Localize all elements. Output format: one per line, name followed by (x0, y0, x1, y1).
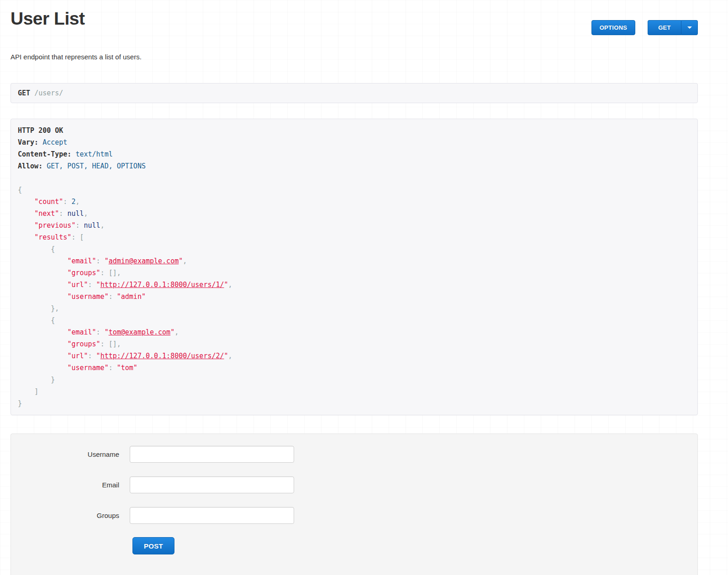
code-line: }, (18, 303, 691, 314)
code-line: } (18, 374, 691, 386)
code-token: } (51, 304, 55, 313)
toolbar: OPTIONS GET (591, 20, 698, 35)
code-token: " (179, 257, 183, 265)
code-token: : (109, 364, 117, 372)
username-field[interactable] (130, 446, 294, 463)
code-token: Accept (42, 138, 67, 146)
json-value-link[interactable]: http://127.0.0.1:8000/users/2/ (100, 352, 224, 360)
code-line: Content-Type: text/html (18, 148, 691, 160)
code-token: { (18, 186, 22, 194)
code-line: "username": "tom" (18, 362, 691, 374)
code-line: HTTP 200 OK (18, 125, 691, 136)
code-token: : (88, 352, 96, 360)
json-value-link[interactable]: admin@example.com (109, 257, 179, 265)
groups-label: Groups (11, 512, 119, 519)
code-token: " (224, 352, 228, 360)
code-token: GET, POST, HEAD, OPTIONS (47, 162, 146, 170)
email-field[interactable] (130, 476, 294, 493)
code-line: "url": "http://127.0.0.1:8000/users/1/", (18, 279, 691, 291)
code-line: { (18, 314, 691, 326)
code-token: null (67, 209, 84, 218)
code-token: : (71, 233, 79, 241)
code-line: "groups": [], (18, 267, 691, 279)
code-token (18, 340, 67, 348)
code-token: "email" (67, 257, 96, 265)
endpoint-description: API endpoint that represents a list of u… (11, 53, 698, 61)
get-button[interactable]: GET (648, 20, 681, 35)
code-token: "next" (34, 209, 59, 218)
code-token: "results" (34, 233, 71, 241)
code-token: , (75, 198, 79, 206)
code-token: " (96, 352, 100, 360)
code-token: , (55, 304, 59, 313)
post-form: UsernameEmailGroups (11, 446, 697, 524)
request-info-bar: GET /users/ (11, 83, 698, 103)
get-format-dropdown-button[interactable] (681, 20, 698, 35)
code-token (18, 221, 34, 230)
page-header: User List OPTIONS GET (11, 9, 698, 28)
code-token (18, 269, 67, 277)
form-row-email: Email (11, 476, 697, 493)
code-token (42, 162, 47, 170)
code-token (18, 328, 67, 336)
code-line: "email": "tom@example.com", (18, 326, 691, 338)
code-token: "url" (67, 352, 88, 360)
post-button[interactable]: POST (132, 537, 174, 554)
code-line: } (18, 397, 691, 409)
code-token: : (75, 221, 84, 230)
code-line: "groups": [], (18, 338, 691, 350)
code-token: " (96, 281, 100, 289)
code-token: : (59, 209, 67, 218)
code-token: } (18, 399, 22, 408)
code-token: /users/ (34, 89, 63, 97)
code-token: : (100, 269, 109, 277)
code-token (18, 257, 67, 265)
code-token: null (84, 221, 100, 230)
email-label: Email (11, 481, 119, 489)
code-token (18, 316, 51, 324)
username-label: Username (11, 450, 119, 458)
code-token (18, 245, 51, 253)
code-token: " (105, 257, 109, 265)
code-token (18, 209, 34, 218)
code-token: { (51, 245, 55, 253)
json-value-link[interactable]: http://127.0.0.1:8000/users/1/ (100, 281, 224, 289)
code-token: "previous" (34, 221, 75, 230)
code-token: { (51, 316, 55, 324)
code-token: GET (18, 89, 30, 97)
options-button[interactable]: OPTIONS (591, 20, 635, 35)
code-token (18, 364, 67, 372)
code-token: ] (34, 387, 38, 396)
code-token: [] (109, 269, 117, 277)
code-line: Allow: GET, POST, HEAD, OPTIONS (18, 160, 691, 172)
code-token (18, 293, 67, 301)
code-token (18, 376, 51, 384)
code-token (18, 281, 67, 289)
chevron-down-icon (687, 26, 692, 29)
code-token: : (63, 198, 71, 206)
code-token: HTTP 200 OK (18, 126, 63, 135)
code-line: { (18, 184, 691, 196)
code-token: " (105, 328, 109, 336)
code-line: ] (18, 386, 691, 397)
code-line: "username": "admin" (18, 291, 691, 303)
code-token: "groups" (67, 269, 100, 277)
code-token: "groups" (67, 340, 100, 348)
code-line: "url": "http://127.0.0.1:8000/users/2/", (18, 350, 691, 362)
code-line: "email": "admin@example.com", (18, 255, 691, 267)
code-token: "username" (67, 293, 108, 301)
groups-field[interactable] (130, 507, 294, 524)
code-token: "username" (67, 364, 108, 372)
code-token: Allow: (18, 162, 42, 170)
json-value-link[interactable]: tom@example.com (109, 328, 170, 336)
code-token: : (96, 328, 105, 336)
code-line: { (18, 243, 691, 255)
code-token (38, 138, 42, 146)
form-row-groups: Groups (11, 507, 697, 524)
code-token: , (84, 209, 88, 218)
page-container: User List OPTIONS GET API endpoint that … (11, 9, 698, 575)
code-token: } (51, 376, 55, 384)
code-token: , (183, 257, 187, 265)
code-token: Vary: (18, 138, 38, 146)
code-token: , (228, 281, 232, 289)
